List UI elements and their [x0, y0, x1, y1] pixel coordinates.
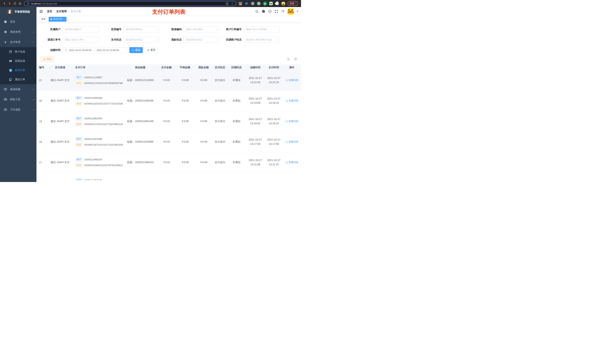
- merchant-tag: 商户: [75, 96, 83, 100]
- breadcrumb-pay-manage[interactable]: 支付管理: [56, 10, 67, 13]
- collapse-sidebar-icon[interactable]: [39, 10, 43, 13]
- cell-create-time: 2021-10-2713:19:09: [246, 96, 265, 105]
- sidebar-item-app-info[interactable]: 应用信息: [0, 56, 36, 66]
- cell-refund: ￥0.00: [194, 79, 213, 82]
- view-detail-link[interactable]: 查看详情: [286, 79, 298, 82]
- filter-label: 渠道订单号: [36, 38, 63, 42]
- forward-icon[interactable]: [7, 1, 12, 6]
- sidebar-item-devtools[interactable]: 研发工具: [0, 94, 36, 104]
- search-icon: [286, 161, 288, 164]
- cell-refund: ￥0.00: [194, 120, 213, 123]
- chevron-down-icon: [276, 39, 278, 41]
- filter-control[interactable]: 请输入商户订单编号: [244, 26, 280, 32]
- page-content: 所属商户 请选择所属商户 应用编号 请选择应用信息 渠道编码 请输入渠道编码 商…: [36, 23, 301, 182]
- balloon-extension-icon[interactable]: [245, 1, 249, 6]
- chevron-down-icon: [216, 28, 218, 30]
- filter-control[interactable]: 请选择应用信息: [124, 26, 160, 32]
- address-bar[interactable]: localhost:1024/pay/order ☆: [24, 1, 236, 6]
- filter-control[interactable]: 请选择退款状态: [184, 37, 220, 43]
- cell-refund: ￥0.00: [194, 161, 213, 164]
- avatar-dropdown-icon[interactable]: [297, 11, 298, 13]
- cell-amount: ￥0.01: [157, 99, 176, 103]
- help-icon[interactable]: ?: [268, 10, 272, 13]
- cell-action: 查看详情: [283, 99, 301, 103]
- view-detail-link[interactable]: 查看详情: [286, 120, 298, 123]
- breadcrumb: 首页 / 支付管理 / 支付订单: [47, 10, 81, 13]
- cell-amount: ￥0.01: [157, 140, 176, 144]
- reset-button[interactable]: 重置: [145, 47, 158, 53]
- recorder-extension-icon[interactable]: [257, 1, 261, 6]
- sidebar-item-home[interactable]: 首页: [0, 17, 36, 27]
- home-icon[interactable]: [17, 1, 22, 6]
- reload-icon[interactable]: [12, 1, 17, 6]
- cell-notify-status: 未通知: [227, 140, 246, 144]
- filter-placeholder: 请选择支付状态: [126, 38, 156, 42]
- user-avatar[interactable]: [288, 8, 294, 15]
- chrome-update-button[interactable]: 更新: [288, 1, 298, 6]
- view-detail-link[interactable]: 查看详情: [286, 161, 298, 164]
- profile-emoji-icon[interactable]: [281, 1, 285, 6]
- filter-control[interactable]: 请输入渠道订单号: [63, 37, 99, 43]
- tab-home[interactable]: 首页: [39, 17, 48, 22]
- search-icon[interactable]: [255, 10, 259, 13]
- orders-table: 编号 支付渠道 支付订单 商品标题 支付金额 手续金额 退款金额 支付状态 回调…: [36, 64, 301, 180]
- bookmark-star-icon[interactable]: ☆: [231, 2, 234, 5]
- github-icon[interactable]: [262, 10, 265, 13]
- filter-control[interactable]: 请选择支付状态: [124, 37, 160, 43]
- sidebar-item-system[interactable]: 系统管理: [0, 27, 36, 37]
- share-icon[interactable]: [226, 2, 229, 5]
- monitor-icon: [4, 88, 7, 91]
- app-logo[interactable]: 芋道管理系统: [0, 7, 36, 17]
- payment-submenu: 商户信息 应用信息 ¥ 支付订单 退款订单: [0, 47, 36, 84]
- sidebar-item-pay-order[interactable]: ¥ 支付订单: [0, 66, 36, 75]
- date-start[interactable]: 2021-10-01 00:00:00: [69, 49, 91, 52]
- col-pay-status: 支付状态: [213, 66, 227, 69]
- search-icon: [286, 79, 288, 81]
- close-tab-icon[interactable]: ×: [64, 18, 64, 20]
- command-extension-icon[interactable]: ⌘: [251, 1, 255, 6]
- sidebar-item-infra[interactable]: 基础设施: [0, 84, 36, 94]
- chat-extension-icon[interactable]: [269, 1, 273, 6]
- filter-control[interactable]: 请输入渠道编码: [184, 26, 220, 32]
- filter-control[interactable]: 请选择订单回调商户状态: [244, 37, 280, 43]
- y-extension-icon[interactable]: y: [263, 1, 267, 6]
- view-detail-link[interactable]: 查看详情: [286, 140, 298, 144]
- cell-product-title: 标题：1635311949168: [123, 99, 157, 103]
- puzzle-extensions-icon[interactable]: [275, 1, 279, 6]
- merchant-order-no: 1635312124657: [84, 76, 102, 79]
- gear-icon: [4, 30, 7, 33]
- view-detail-link[interactable]: 查看详情: [286, 99, 298, 103]
- extension-grid-icon[interactable]: 10: [238, 1, 243, 6]
- fullscreen-icon[interactable]: [275, 10, 278, 13]
- cell-pay-status: 支付成功: [213, 120, 227, 123]
- browser-menu-icon[interactable]: [296, 2, 296, 5]
- date-end[interactable]: 2021-10-31 23:59:59: [97, 49, 119, 52]
- cell-pay-time: 2021-10-2713:19:15: [265, 96, 283, 105]
- sidebar-item-merchant-info[interactable]: 商户信息: [0, 47, 36, 56]
- font-size-icon[interactable]: TT: [281, 10, 285, 13]
- site-info-icon[interactable]: [27, 2, 30, 5]
- cell-notify-status: 未通知: [227, 99, 246, 103]
- cell-channel: 微信 JSAPI 支付: [47, 140, 73, 144]
- search-icon: [286, 100, 288, 102]
- col-fee: 手续金额: [176, 66, 194, 69]
- tab-pay-order[interactable]: 支付订单 ×: [49, 17, 66, 22]
- chevron-down-icon: [216, 39, 218, 41]
- filter-control[interactable]: 请选择所属商户: [63, 26, 99, 32]
- export-button[interactable]: 导出: [41, 56, 54, 62]
- show-search-toggle-button[interactable]: [286, 57, 291, 62]
- date-range-picker[interactable]: 2021-10-01 00:00:00 - 2021-10-31 23:59:5…: [63, 47, 127, 53]
- sidebar-item-refund-order[interactable]: 退款订单: [0, 75, 36, 84]
- filter-row-2: 渠道订单号 请输入渠道订单号 支付状态 请选择支付状态 退款状态 请选择退款状态…: [36, 37, 301, 43]
- breadcrumb-home[interactable]: 首页: [47, 10, 52, 13]
- search-button[interactable]: 搜索: [129, 47, 143, 53]
- refresh-icon: [147, 49, 149, 52]
- sidebar-item-workflow[interactable]: 工作流程: [0, 104, 36, 115]
- filter-row-3: 创建时间 2021-10-01 00:00:00 - 2021-10-31 23…: [36, 47, 301, 53]
- refresh-table-button[interactable]: [293, 57, 298, 62]
- col-amount: 支付金额: [157, 66, 176, 69]
- back-icon[interactable]: [2, 1, 7, 6]
- url-text: localhost:1024/pay/order: [31, 2, 57, 5]
- sidebar-item-payment[interactable]: ¥ 支付管理: [0, 37, 36, 47]
- cell-amount: ￥0.01: [157, 161, 176, 164]
